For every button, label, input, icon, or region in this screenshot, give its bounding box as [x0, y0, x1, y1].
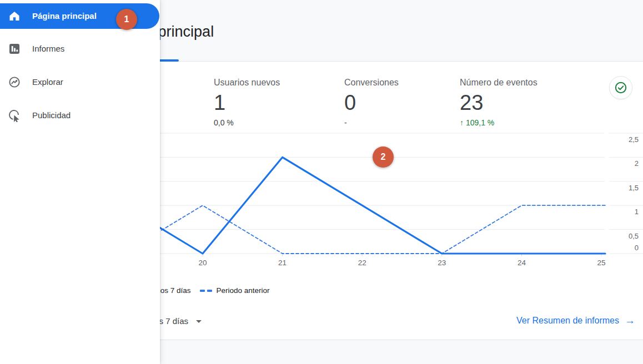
sidebar-item-informes[interactable]: Informes: [0, 36, 159, 62]
metric-change: ↑ 109,1 %: [460, 118, 537, 127]
navigation-drawer: Página principal Informes E: [0, 0, 160, 364]
chevron-down-icon: [196, 320, 202, 323]
sidebar-item-label: Publicidad: [32, 103, 71, 128]
view-reports-snapshot-link[interactable]: Ver Resumen de informes →: [516, 315, 635, 326]
metric-label[interactable]: Conversiones: [344, 77, 399, 88]
metric-value: 23: [460, 92, 537, 113]
sidebar-item-explorar[interactable]: Explorar: [0, 69, 159, 95]
metric-value: 0: [344, 92, 399, 113]
bar-chart-icon: [8, 42, 21, 55]
link-label: Ver Resumen de informes: [516, 316, 619, 326]
metric-label[interactable]: Usuarios nuevos: [214, 77, 280, 88]
dashed-line-swatch: [200, 290, 212, 292]
check-circle-icon: [614, 81, 627, 94]
legend-previous-label: Periodo anterior: [217, 286, 270, 295]
data-quality-button[interactable]: [609, 76, 632, 99]
metric-value: 1: [214, 92, 280, 113]
sidebar-item-publicidad[interactable]: Publicidad: [0, 103, 159, 128]
metric-change: 0,0 %: [214, 118, 280, 127]
tour-step-2-badge[interactable]: 2: [373, 146, 394, 168]
explore-icon: [8, 75, 21, 89]
analytics-home-page: Página principal Usuarios nuevos 1 0,0 %…: [0, 0, 643, 364]
home-icon: [8, 9, 21, 23]
arrow-right-icon: →: [625, 315, 635, 326]
metric-label[interactable]: Número de eventos: [460, 77, 537, 88]
metric-change: -: [344, 118, 399, 127]
tour-step-1-badge[interactable]: 1: [116, 9, 137, 30]
metric-usuarios-nuevos[interactable]: Usuarios nuevos 1 0,0 %: [214, 77, 280, 127]
metric-numero-de-eventos[interactable]: Número de eventos 23 ↑ 109,1 %: [460, 77, 537, 127]
advertising-icon: [8, 109, 21, 122]
sidebar-item-label: Página principal: [32, 3, 97, 29]
sidebar-item-label: Informes: [32, 36, 64, 62]
metric-conversiones[interactable]: Conversiones 0 -: [344, 77, 399, 127]
sidebar-item-label: Explorar: [32, 69, 63, 95]
